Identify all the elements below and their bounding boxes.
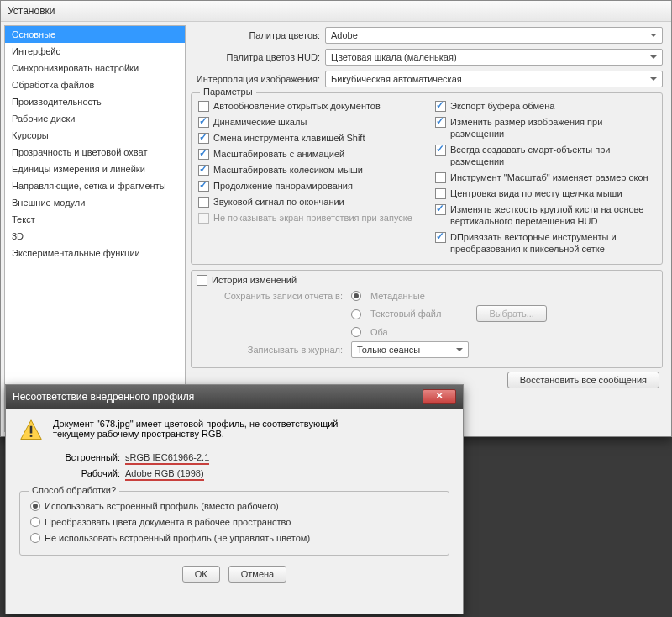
- hud-label: Палитра цветов HUD:: [191, 52, 325, 62]
- checkbox-label: Автообновление открытых документов: [213, 100, 381, 112]
- radio-metadata[interactable]: [351, 291, 361, 301]
- sidebar-item[interactable]: Производительность: [5, 93, 185, 110]
- params-fieldset: Параметры Автообновление открытых докуме…: [191, 92, 663, 265]
- checkbox-row: Центровка вида по месту щелчка мыши: [435, 187, 655, 199]
- history-fieldset: История изменений Сохранить записи отчет…: [191, 270, 663, 368]
- checkbox[interactable]: [198, 133, 209, 144]
- preferences-window: Установки ОсновныеИнтерфейсСинхронизиров…: [0, 0, 672, 437]
- sidebar-item[interactable]: Внешние модули: [5, 194, 185, 211]
- checkbox-row: Не показывать экран приветствия при запу…: [198, 212, 418, 224]
- checkbox-row: Изменять жесткость круглой кисти на осно…: [435, 203, 655, 227]
- sidebar-item[interactable]: Курсоры: [5, 127, 185, 144]
- sidebar-item[interactable]: Основные: [5, 26, 185, 43]
- dialog-titlebar[interactable]: Несоответствие внедренного профиля ✕: [6, 385, 463, 409]
- checkbox[interactable]: [435, 232, 446, 243]
- cancel-button[interactable]: Отмена: [228, 566, 286, 583]
- checkbox-row: Автообновление открытых документов: [198, 100, 418, 112]
- warning-text: Документ "678.jpg" имеет цветовой профил…: [53, 419, 339, 442]
- checkbox[interactable]: [435, 204, 446, 215]
- radio-use-embedded-label: Использовать встроенный профиль (вместо …: [45, 501, 279, 511]
- checkbox[interactable]: [198, 197, 209, 208]
- preferences-title: Установки: [8, 5, 55, 17]
- checkbox-label: Динамические шкалы: [213, 116, 307, 128]
- checkbox-row: Динамические шкалы: [198, 116, 418, 128]
- radio-both[interactable]: [351, 327, 361, 337]
- radio-discard[interactable]: [30, 533, 40, 543]
- ok-button[interactable]: ОК: [182, 566, 220, 583]
- sidebar-item[interactable]: Синхронизировать настройки: [5, 60, 185, 76]
- checkbox-row: Смена инструмента клавишей Shift: [198, 132, 418, 144]
- palette-label: Палитра цветов:: [191, 30, 325, 40]
- checkbox-label: Продолжение панорамирования: [213, 180, 353, 192]
- checkbox-label: Смена инструмента клавишей Shift: [213, 132, 365, 144]
- history-checkbox[interactable]: [197, 275, 207, 286]
- interp-select[interactable]: Бикубическая автоматическая: [325, 71, 663, 87]
- svg-rect-1: [30, 426, 33, 434]
- radio-metadata-label: Метаданные: [370, 291, 425, 301]
- checkbox-label: Инструмент "Масштаб" изменяет размер око…: [450, 171, 648, 183]
- checkbox-label: Звуковой сигнал по окончании: [213, 196, 344, 208]
- checkbox-row: Масштабировать колесиком мыши: [198, 164, 418, 176]
- close-icon[interactable]: ✕: [423, 389, 456, 404]
- method-legend: Способ обработки?: [29, 485, 119, 495]
- checkbox-row: Экспорт буфера обмена: [435, 100, 655, 112]
- radio-both-label: Оба: [370, 327, 388, 337]
- checkbox[interactable]: [198, 149, 209, 160]
- preferences-body: ОсновныеИнтерфейсСинхронизировать настро…: [1, 22, 671, 435]
- journal-label: Записывать в журнал:: [212, 345, 346, 355]
- checkbox-label: Масштабировать с анимацией: [213, 148, 344, 160]
- checkbox-row: Изменить размер изображения при размещен…: [435, 116, 655, 140]
- checkbox[interactable]: [435, 188, 446, 199]
- sidebar-item[interactable]: Прозрачность и цветовой охват: [5, 144, 185, 161]
- checkbox[interactable]: [435, 145, 446, 156]
- checkbox-label: Центровка вида по месту щелчка мыши: [450, 187, 622, 199]
- sidebar-item[interactable]: Экспериментальные функции: [5, 245, 185, 261]
- journal-select[interactable]: Только сеансы: [351, 341, 469, 358]
- checkbox-label: Масштабировать колесиком мыши: [213, 164, 363, 176]
- working-label: Рабочий:: [53, 468, 125, 481]
- checkbox[interactable]: [435, 101, 446, 112]
- restore-button[interactable]: Восстановить все сообщения: [507, 372, 659, 388]
- checkbox[interactable]: [198, 101, 209, 112]
- checkbox-row: Инструмент "Масштаб" изменяет размер око…: [435, 171, 655, 183]
- checkbox-label: DПривязать векторные инструменты и преоб…: [450, 231, 655, 255]
- sidebar-item[interactable]: Обработка файлов: [5, 76, 185, 93]
- checkbox[interactable]: [198, 165, 209, 176]
- checkbox-label: Изменить размер изображения при размещен…: [450, 116, 655, 140]
- save-label: Сохранить записи отчета в:: [212, 291, 346, 301]
- sidebar-item[interactable]: Направляющие, сетка и фрагменты: [5, 177, 185, 194]
- svg-rect-2: [30, 435, 33, 437]
- method-fieldset: Способ обработки? Использовать встроенны…: [19, 491, 449, 556]
- checkbox: [198, 213, 209, 224]
- hud-select[interactable]: Цветовая шкала (маленькая): [325, 49, 663, 66]
- color-picker-select[interactable]: Adobe: [325, 27, 663, 44]
- checkbox[interactable]: [435, 172, 446, 183]
- sidebar-item[interactable]: 3D: [5, 228, 185, 245]
- radio-discard-label: Не использовать встроенный профиль (не у…: [45, 533, 310, 543]
- radio-convert-label: Преобразовать цвета документа в рабочее …: [45, 517, 291, 527]
- checkbox-row: Всегда создавать смарт-объекты при разме…: [435, 144, 655, 167]
- checkbox-label: Не показывать экран приветствия при запу…: [213, 212, 412, 224]
- preferences-titlebar[interactable]: Установки: [1, 1, 671, 22]
- checkbox[interactable]: [198, 117, 209, 128]
- params-legend: Параметры: [200, 87, 256, 97]
- sidebar-item[interactable]: Текст: [5, 211, 185, 228]
- checkbox[interactable]: [198, 181, 209, 192]
- sidebar-item[interactable]: Единицы измерения и линейки: [5, 161, 185, 177]
- working-value: Adobe RGB (1998): [125, 468, 204, 481]
- checkbox-row: Продолжение панорамирования: [198, 180, 418, 192]
- embedded-value: sRGB IEC61966-2.1: [125, 452, 209, 465]
- radio-use-embedded[interactable]: [30, 501, 40, 511]
- sidebar: ОсновныеИнтерфейсСинхронизировать настро…: [4, 25, 186, 432]
- sidebar-item[interactable]: Интерфейс: [5, 43, 185, 60]
- radio-textfile[interactable]: [351, 309, 361, 319]
- checkbox[interactable]: [435, 117, 446, 128]
- choose-button[interactable]: Выбрать...: [476, 305, 546, 322]
- radio-textfile-label: Текстовый файл: [370, 308, 441, 319]
- history-label: История изменений: [212, 274, 297, 286]
- radio-convert[interactable]: [30, 517, 40, 527]
- sidebar-item[interactable]: Рабочие диски: [5, 110, 185, 127]
- warning-icon: [19, 419, 43, 442]
- checkbox-row: Звуковой сигнал по окончании: [198, 196, 418, 208]
- dialog-title: Несоответствие внедренного профиля: [13, 391, 194, 403]
